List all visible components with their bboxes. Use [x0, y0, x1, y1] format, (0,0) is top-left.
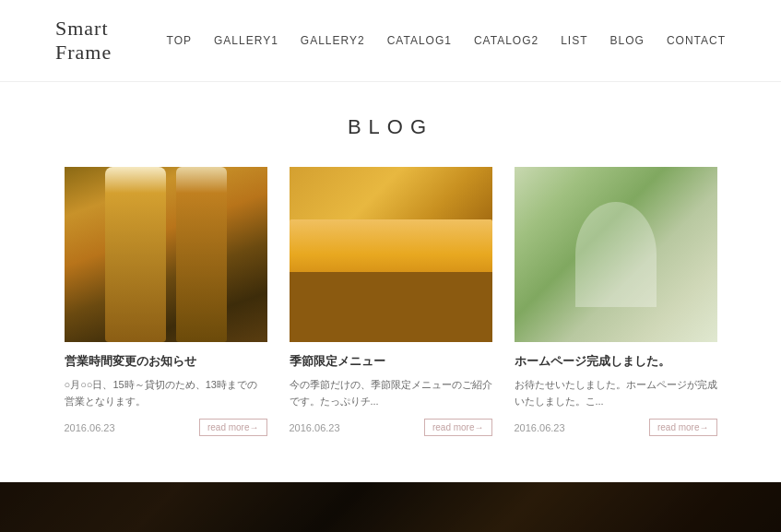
blog-excerpt-2: 今の季節だけの、季節限定メニューのご紹介です。たっぷりチ... — [290, 377, 492, 409]
blog-excerpt-1: ○月○○日、15時～貸切のため、13時までの営業となります。 — [65, 377, 267, 409]
nav-top[interactable]: TOP — [167, 34, 192, 47]
blog-title-2: 季節限定メニュー — [290, 353, 492, 370]
nav-blog[interactable]: BLOG — [610, 34, 645, 47]
nav-list[interactable]: LIST — [561, 34, 587, 47]
read-more-2[interactable]: read more→ — [424, 419, 492, 436]
blog-excerpt-3: お待たせいたしました。ホームページが完成いたしました。こ... — [515, 377, 717, 409]
blog-card-2: 季節限定メニュー 今の季節だけの、季節限定メニューのご紹介です。たっぷりチ...… — [290, 167, 492, 436]
blog-title-3: ホームページ完成しました。 — [515, 353, 717, 370]
blog-footer-2: 2016.06.23 read more→ — [290, 419, 492, 436]
nav-contact[interactable]: CONTACT — [667, 34, 726, 47]
blog-card-3: ホームページ完成しました。 お待たせいたしました。ホームページが完成いたしました… — [515, 167, 717, 436]
blog-date-1: 2016.06.23 — [65, 422, 115, 433]
blog-date-2: 2016.06.23 — [290, 422, 340, 433]
nav-catalog2[interactable]: CATALOG2 — [474, 34, 538, 47]
site-logo: Smart Frame — [55, 17, 167, 65]
blog-footer-1: 2016.06.23 read more→ — [65, 419, 267, 436]
blog-card-1: 営業時間変更のお知らせ ○月○○日、15時～貸切のため、13時までの営業となりま… — [65, 167, 267, 436]
blog-grid: 営業時間変更のお知らせ ○月○○日、15時～貸切のため、13時までの営業となりま… — [0, 167, 781, 482]
site-header: Smart Frame TOP GALLERY1 GALLERY2 CATALO… — [0, 0, 781, 82]
blog-footer-3: 2016.06.23 read more→ — [515, 419, 717, 436]
footer-background — [0, 482, 781, 532]
nav-gallery1[interactable]: GALLERY1 — [214, 34, 278, 47]
blog-image-1 — [65, 167, 267, 342]
blog-title-1: 営業時間変更のお知らせ — [65, 353, 267, 370]
read-more-1[interactable]: read more→ — [199, 419, 267, 436]
main-nav: TOP GALLERY1 GALLERY2 CATALOG1 CATALOG2 … — [167, 34, 726, 47]
nav-gallery2[interactable]: GALLERY2 — [301, 34, 365, 47]
read-more-3[interactable]: read more→ — [649, 419, 717, 436]
blog-date-3: 2016.06.23 — [515, 422, 565, 433]
page-title: BLOG — [0, 82, 781, 167]
blog-image-2 — [290, 167, 492, 342]
nav-catalog1[interactable]: CATALOG1 — [387, 34, 452, 47]
blog-image-3 — [515, 167, 717, 342]
